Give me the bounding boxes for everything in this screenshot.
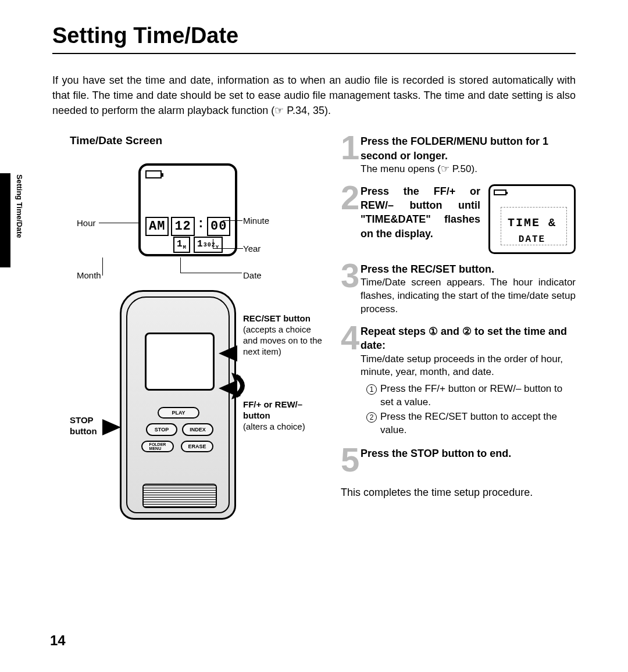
device-illustration: PLAY STOP INDEX FOLDER MENU ERASE [70,290,320,528]
step-3-desc: Time/Date screen appears. The hour indic… [361,276,576,316]
step-3-title: Press the REC/SET button. [361,262,576,276]
label-date: Date [243,270,262,280]
label-minute: Minute [243,216,269,226]
arrow-icon [219,345,237,362]
leader-line [102,275,103,276]
step-4-desc: Time/date setup proceeds in the order of… [361,353,576,380]
label-year: Year [243,244,261,253]
step-number: 2 [341,184,361,254]
folder-menu-button-graphic: FOLDER MENU [141,441,174,452]
leader-line [99,223,140,223]
step-number: 5 [341,446,361,473]
step-5-title: Press the STOP button to end. [361,446,576,460]
label-hour: Hour [77,218,96,228]
step-1: 1 Press the FOLDER/MENU button for 1 sec… [341,134,576,176]
recorder-buttons: PLAY STOP INDEX FOLDER MENU ERASE [135,407,223,477]
label-month: Month [77,270,101,280]
lcd-hour: 12 [171,217,194,236]
screen-heading: Time/Date Screen [70,134,320,147]
battery-icon [145,170,162,178]
recorder-body: PLAY STOP INDEX FOLDER MENU ERASE [120,290,236,520]
step-number: 1 [341,134,361,176]
circled-number-icon: 2 [366,412,377,423]
stop-button-callout: STOP button [70,415,116,437]
mini-lcd: TIME & DATE [488,184,576,254]
step-4-item-2: 2 Press the REC/SET button to accept the… [366,410,576,437]
step-1-desc: The menu opens (☞ P.50). [361,163,576,176]
speaker-grille [142,484,217,508]
leader-line [180,273,242,273]
lcd-ampm: AM [145,217,169,236]
lcd-month: 1M [173,237,190,253]
step-4-title: Repeat steps ① and ② to set the time and… [361,324,576,353]
step-2-title: Press the FF/+ or REW/– button until "TI… [361,184,480,254]
recorder-screen [145,333,215,391]
leader-line [213,239,213,248]
step-5: 5 Press the STOP button to end. [341,446,576,473]
left-column: Time/Date Screen AM 12 : 00 1M 1302Y Ho [70,134,320,528]
lcd-date-row: 1M 1302Y [173,237,223,253]
lcd-minute: 00 [207,217,230,236]
right-column: 1 Press the FOLDER/MENU button for 1 sec… [341,134,576,528]
mini-lcd-line1: TIME & [490,215,574,231]
step-4-item-1: 1 Press the FF/+ button or REW/– button … [366,383,576,409]
lcd-time-row: AM 12 : 00 [145,217,230,236]
leader-line [223,248,243,249]
battery-icon [494,190,506,195]
closing-text: This completes the time setup procedure. [341,487,576,499]
leader-line [213,248,224,249]
ffrew-callout: FF/+ or REW/– button (alters a choice) [243,399,327,432]
lcd-frame: AM 12 : 00 1M 1302Y [138,163,237,256]
step-1-title: Press the FOLDER/MENU button for 1 secon… [361,134,576,163]
step-3: 3 Press the REC/SET button. Time/Date sc… [341,262,576,316]
manual-page: Setting Time/Date If you have set the ti… [0,0,628,672]
step-2: 2 Press the FF/+ or REW/– button until "… [341,184,576,254]
mini-lcd-line2: DATE [490,234,574,246]
step-4-sublist: 1 Press the FF/+ button or REW/– button … [361,383,576,437]
leader-line [180,258,181,273]
title-rule [52,53,576,54]
play-button-graphic: PLAY [158,407,199,419]
curved-arrow-icon [231,371,252,401]
page-title: Setting Time/Date [52,23,576,48]
erase-button-graphic: ERASE [181,441,213,452]
step-4: 4 Repeat steps ① and ② to set the time a… [341,324,576,438]
lcd-colon: : [197,217,205,236]
lcd-diagram: AM 12 : 00 1M 1302Y Hour Minute Month Da… [70,154,320,288]
intro-paragraph: If you have set the time and date, infor… [52,73,576,118]
step-number: 4 [341,324,361,438]
leader-line [223,220,242,221]
circled-number-icon: 1 [366,384,377,395]
leader-line [102,258,103,275]
index-button-graphic: INDEX [182,423,213,436]
step-number: 3 [341,262,361,316]
lcd-year: 1302Y [194,237,223,253]
recset-callout: REC/SET button (accepts a choice and mov… [243,313,327,357]
stop-button-graphic: STOP [146,423,177,436]
page-number: 14 [50,632,66,649]
